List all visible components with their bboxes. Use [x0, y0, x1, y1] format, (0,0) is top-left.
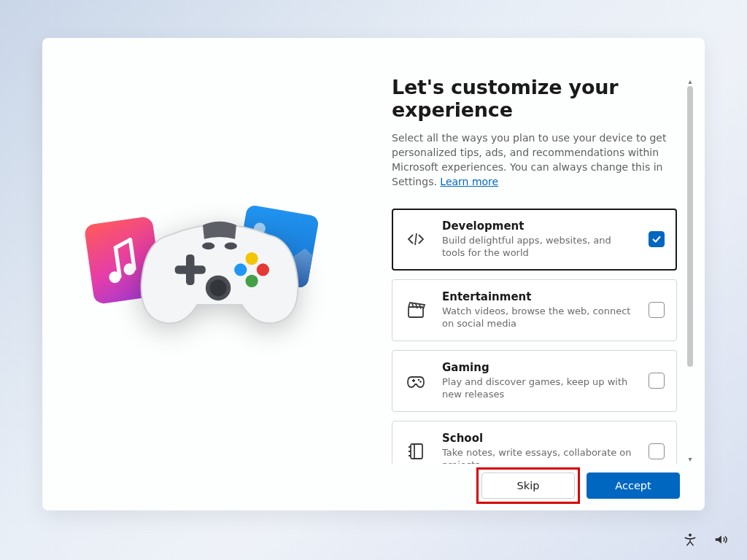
option-checkbox[interactable] — [649, 373, 665, 389]
usage-illustration — [92, 201, 325, 347]
game-controller-icon — [136, 197, 303, 343]
scroll-down-button[interactable]: ▾ — [685, 454, 695, 464]
system-tray — [683, 532, 728, 547]
content-pane: Let's customize your experience Select a… — [374, 38, 705, 510]
illustration-pane — [42, 38, 374, 510]
scrollbar[interactable]: ▴ ▾ — [684, 76, 696, 464]
scroll-track[interactable] — [687, 86, 693, 454]
dialog-footer: Skip Accept — [392, 464, 697, 499]
skip-button[interactable]: Skip — [481, 472, 575, 499]
page-description: Select all the ways you plan to use your… — [392, 131, 677, 190]
code-icon — [403, 229, 429, 249]
option-text: Development Build delightful apps, websi… — [442, 219, 635, 260]
svg-point-9 — [245, 275, 258, 287]
svg-point-13 — [418, 379, 420, 381]
accept-button[interactable]: Accept — [587, 472, 680, 499]
option-title: Development — [442, 219, 635, 233]
scroll-up-button[interactable]: ▴ — [685, 76, 695, 86]
description-text: Select all the ways you plan to use your… — [392, 132, 666, 187]
option-gaming[interactable]: Gaming Play and discover games, keep up … — [392, 350, 677, 412]
option-subtitle: Watch videos, browse the web, connect on… — [442, 305, 632, 330]
svg-rect-3 — [186, 254, 195, 285]
option-checkbox[interactable] — [649, 231, 665, 247]
usage-options-list: Development Build delightful apps, websi… — [392, 209, 677, 464]
svg-point-7 — [234, 263, 247, 276]
option-title: Entertainment — [442, 290, 635, 303]
option-text: Entertainment Watch videos, browse the w… — [442, 290, 635, 330]
option-entertainment[interactable]: Entertainment Watch videos, browse the w… — [392, 279, 677, 341]
gamepad-icon — [403, 370, 429, 391]
svg-point-8 — [256, 263, 268, 276]
svg-point-14 — [419, 381, 422, 383]
accessibility-icon[interactable] — [683, 532, 697, 547]
svg-rect-15 — [411, 444, 422, 459]
option-school[interactable]: School Take notes, write essays, collabo… — [392, 421, 677, 464]
option-subtitle: Take notes, write essays, collaborate on… — [442, 446, 632, 464]
option-subtitle: Play and discover games, keep up with ne… — [442, 376, 632, 401]
scroll-thumb[interactable] — [687, 86, 693, 367]
clapperboard-icon — [403, 300, 429, 320]
svg-point-11 — [224, 243, 236, 250]
option-text: Gaming Play and discover games, keep up … — [442, 361, 635, 401]
option-checkbox[interactable] — [649, 443, 665, 459]
page-title: Let's customize your experience — [392, 76, 677, 121]
option-title: Gaming — [442, 361, 635, 374]
volume-icon[interactable] — [713, 532, 728, 547]
svg-point-16 — [689, 534, 692, 537]
learn-more-link[interactable]: Learn more — [440, 176, 498, 187]
option-subtitle: Build delightful apps, websites, and too… — [442, 234, 632, 260]
notebook-icon — [403, 441, 429, 462]
option-checkbox[interactable] — [649, 302, 665, 318]
option-development[interactable]: Development Build delightful apps, websi… — [392, 209, 677, 271]
svg-point-5 — [209, 279, 226, 296]
oobe-dialog: Let's customize your experience Select a… — [42, 38, 705, 510]
scroll-region[interactable]: Let's customize your experience Select a… — [392, 76, 697, 464]
option-title: School — [442, 432, 635, 445]
svg-point-6 — [245, 252, 258, 265]
option-text: School Take notes, write essays, collabo… — [442, 432, 635, 464]
svg-point-10 — [202, 243, 214, 250]
